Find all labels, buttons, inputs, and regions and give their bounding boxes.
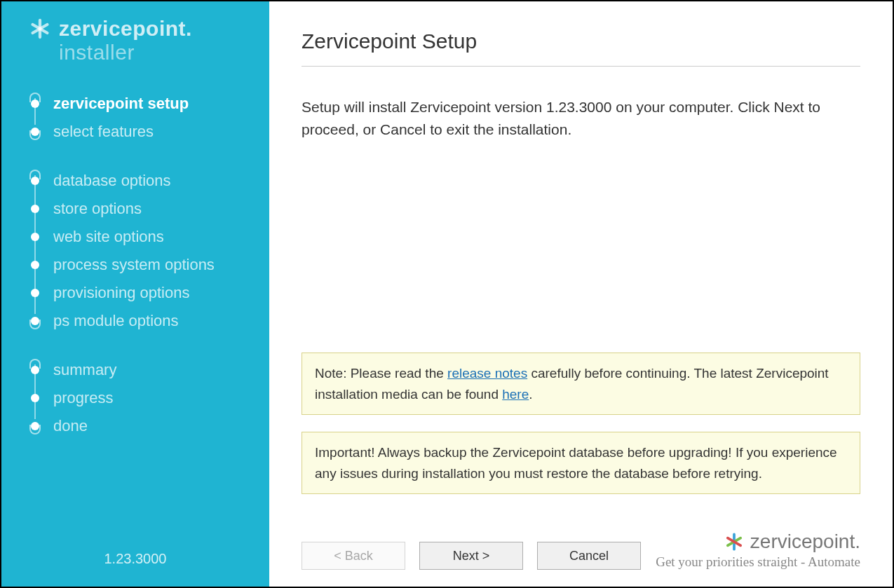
step-label: ps module options xyxy=(53,312,179,330)
step-label: store options xyxy=(53,200,142,218)
step-process-system-options[interactable]: process system options xyxy=(28,251,269,279)
step-group-2: database options store options web site … xyxy=(28,167,269,335)
bullet-icon xyxy=(31,205,39,213)
note-release-notes: Note: Please read the release notes care… xyxy=(302,353,860,415)
bullet-icon xyxy=(31,177,39,185)
step-web-site-options[interactable]: web site options xyxy=(28,223,269,251)
bullet-icon xyxy=(31,233,39,241)
brand-subtitle: installer xyxy=(59,41,252,64)
step-label: summary xyxy=(53,361,116,379)
step-label: select features xyxy=(53,123,154,141)
step-group-1: zervicepoint setup select features xyxy=(28,90,269,146)
sidebar: zervicepoint. installer zervicepoint set… xyxy=(1,1,269,587)
step-summary[interactable]: summary xyxy=(28,356,269,384)
step-group-3: summary progress done xyxy=(28,356,269,440)
installer-window: zervicepoint. installer zervicepoint set… xyxy=(0,0,894,588)
cancel-button[interactable]: Cancel xyxy=(537,542,641,570)
release-notes-link[interactable]: release notes xyxy=(447,366,527,381)
step-label: progress xyxy=(53,389,114,407)
bullet-icon xyxy=(31,317,39,325)
bullet-icon xyxy=(31,289,39,297)
step-ps-module-options[interactable]: ps module options xyxy=(28,307,269,335)
step-database-options[interactable]: database options xyxy=(28,167,269,195)
asterisk-icon xyxy=(28,17,52,41)
wizard-steps: zervicepoint setup select features datab… xyxy=(1,90,269,461)
main-panel: Zervicepoint Setup Setup will install Ze… xyxy=(269,1,893,587)
step-label: provisioning options xyxy=(53,284,189,302)
note-text: Note: Please read the xyxy=(315,366,447,381)
step-progress[interactable]: progress xyxy=(28,384,269,412)
divider xyxy=(302,66,860,67)
step-label: web site options xyxy=(53,228,164,246)
step-store-options[interactable]: store options xyxy=(28,195,269,223)
note-backup-warning: Important! Always backup the Zervicepoin… xyxy=(302,432,860,494)
bullet-icon xyxy=(31,261,39,269)
step-done[interactable]: done xyxy=(28,412,269,440)
back-button: < Back xyxy=(302,542,405,570)
page-title: Zervicepoint Setup xyxy=(302,29,860,53)
install-media-link[interactable]: here xyxy=(502,387,529,402)
wizard-buttons: < Back Next > Cancel xyxy=(302,542,641,570)
brand-name: zervicepoint. xyxy=(59,17,192,41)
footer-tagline: Get your priorities straight - Automate xyxy=(656,554,860,570)
asterisk-color-icon xyxy=(724,531,745,552)
step-provisioning-options[interactable]: provisioning options xyxy=(28,279,269,307)
step-label: process system options xyxy=(53,256,215,274)
intro-text: Setup will install Zervicepoint version … xyxy=(302,96,860,140)
next-button[interactable]: Next > xyxy=(419,542,523,570)
note-text: . xyxy=(529,387,532,402)
bullet-icon xyxy=(31,394,39,402)
bullet-icon xyxy=(31,366,39,374)
bullet-icon xyxy=(31,422,39,430)
step-label: zervicepoint setup xyxy=(53,95,189,113)
footer-brand: zervicepoint. Get your priorities straig… xyxy=(656,531,860,570)
step-label: database options xyxy=(53,172,171,190)
version-label: 1.23.3000 xyxy=(1,551,269,567)
step-label: done xyxy=(53,417,88,435)
sidebar-brand: zervicepoint. installer xyxy=(1,17,269,70)
step-setup[interactable]: zervicepoint setup xyxy=(28,90,269,118)
bullet-icon xyxy=(31,128,39,136)
footer-row: < Back Next > Cancel zervicepoint. Get y… xyxy=(302,531,860,570)
step-select-features[interactable]: select features xyxy=(28,118,269,146)
bullet-icon xyxy=(31,100,39,108)
footer-brand-name: zervicepoint. xyxy=(750,531,860,553)
